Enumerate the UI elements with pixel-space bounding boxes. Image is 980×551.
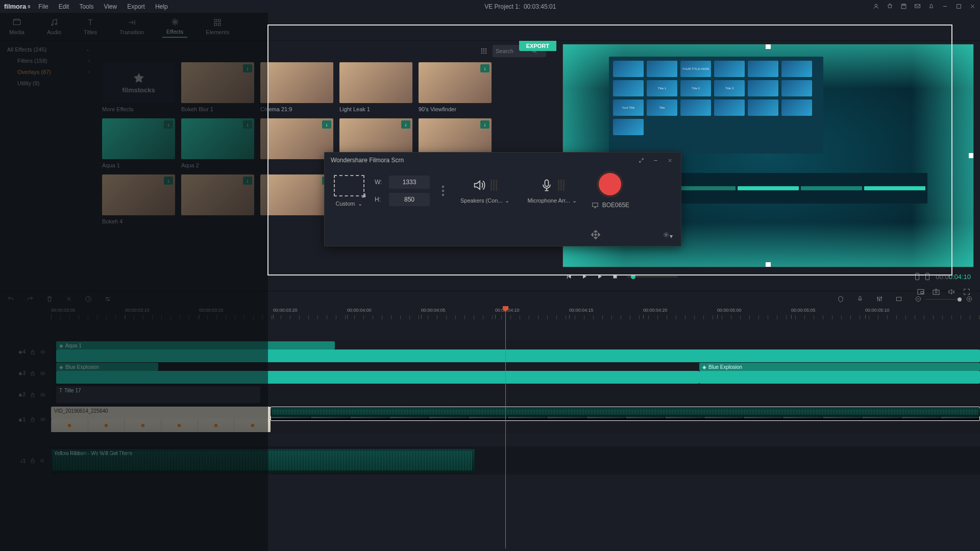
- effect-thumb[interactable]: [181, 174, 254, 224]
- minimize-icon[interactable]: [650, 155, 660, 165]
- split-icon[interactable]: [65, 295, 72, 303]
- tab-media[interactable]: Media: [5, 16, 29, 37]
- move-dialog-icon[interactable]: [590, 229, 601, 242]
- effect-thumb[interactable]: Aqua 2: [181, 118, 254, 168]
- maximize-icon[interactable]: [955, 3, 962, 10]
- screen-recorder-dialog[interactable]: Wondershare Filmora Scrn Custom⌄ W: H: S…: [324, 152, 681, 246]
- visibility-icon[interactable]: [40, 370, 46, 377]
- record-button[interactable]: [599, 173, 621, 195]
- minimize-icon[interactable]: [942, 3, 948, 10]
- lock-icon[interactable]: [30, 349, 36, 355]
- notification-icon[interactable]: [928, 3, 935, 10]
- clip-blue-explosion[interactable]: ◈ Blue Explosion: [56, 363, 158, 371]
- effect-thumb[interactable]: Aqua 1: [102, 118, 175, 168]
- delete-icon[interactable]: [46, 295, 53, 303]
- clip-thumbnails[interactable]: VID_20190614_225640: [51, 407, 271, 419]
- adjust-icon[interactable]: [104, 295, 111, 303]
- download-badge-icon[interactable]: [322, 120, 331, 129]
- lock-icon[interactable]: [30, 416, 36, 422]
- effect-thumb[interactable]: Cinema 21:9: [260, 62, 333, 112]
- download-badge-icon[interactable]: [243, 120, 252, 129]
- width-input[interactable]: [389, 176, 430, 189]
- sidebar-item-filters[interactable]: Filters (158)›: [5, 55, 92, 66]
- lock-icon[interactable]: [30, 370, 36, 377]
- playhead[interactable]: [505, 306, 506, 548]
- speed-icon[interactable]: [85, 295, 92, 303]
- menu-tools[interactable]: Tools: [79, 3, 93, 10]
- resize-handle[interactable]: [766, 44, 771, 49]
- clip-audio[interactable]: Yellow Ribbon - We Will Get There: [51, 449, 475, 472]
- download-badge-icon[interactable]: [480, 64, 489, 72]
- sidebar-item-all[interactable]: All Effects (245)⌄: [5, 44, 92, 55]
- clip-audio-inline[interactable]: [271, 408, 980, 417]
- region-select-icon[interactable]: [334, 175, 364, 196]
- step-back-icon[interactable]: [566, 273, 573, 280]
- visibility-icon[interactable]: [40, 392, 46, 398]
- download-badge-icon[interactable]: [243, 177, 252, 185]
- effect-thumb[interactable]: [260, 118, 333, 168]
- expand-icon[interactable]: [636, 155, 646, 165]
- effect-thumb[interactable]: Bokeh 4: [102, 174, 175, 224]
- settings-icon[interactable]: ▾: [663, 231, 673, 240]
- speaker-select[interactable]: Speakers (Con...⌄: [460, 197, 509, 204]
- download-badge-icon[interactable]: [243, 64, 252, 72]
- lock-icon[interactable]: [30, 392, 36, 398]
- mark-in-icon[interactable]: [915, 273, 919, 280]
- clip-blue-explosion-2[interactable]: ◈ Blue Explosion: [699, 363, 980, 371]
- cart-icon[interactable]: [887, 3, 893, 10]
- effect-thumb[interactable]: filmstocksMore Effects: [102, 62, 175, 112]
- timeline[interactable]: 00:00:03:0500:00:03:1000:00:03:1500:00:0…: [0, 306, 980, 548]
- grid-view-icon[interactable]: [480, 47, 487, 55]
- close-icon[interactable]: [969, 3, 976, 10]
- link-dimensions-icon[interactable]: [440, 186, 446, 196]
- export-button[interactable]: EXPORT: [519, 41, 556, 51]
- effect-thumb[interactable]: 90's Viewfinder: [419, 62, 492, 112]
- mute-icon[interactable]: [947, 288, 955, 296]
- tab-elements[interactable]: Elements: [202, 16, 233, 37]
- mark-out-icon[interactable]: [925, 273, 929, 280]
- clip-aqua[interactable]: ◈ Aqua 1: [56, 341, 335, 349]
- lock-icon[interactable]: [30, 458, 36, 464]
- undo-icon[interactable]: [7, 295, 14, 303]
- resize-handle[interactable]: [969, 153, 974, 158]
- volume-slider[interactable]: [627, 276, 678, 278]
- screen-select[interactable]: BOE065E: [591, 202, 629, 209]
- menu-export[interactable]: Export: [127, 3, 145, 10]
- save-icon[interactable]: [900, 3, 907, 10]
- menu-edit[interactable]: Edit: [59, 3, 69, 10]
- clip-thumbnails[interactable]: [51, 419, 271, 432]
- menu-help[interactable]: Help: [155, 3, 168, 10]
- clip-body[interactable]: [699, 371, 980, 384]
- capture-mode-select[interactable]: Custom⌄: [336, 201, 363, 207]
- pip-icon[interactable]: [917, 288, 925, 296]
- tab-audio[interactable]: Audio: [43, 16, 65, 37]
- redo-icon[interactable]: [27, 295, 34, 303]
- download-badge-icon[interactable]: [480, 120, 489, 129]
- tab-titles[interactable]: Titles: [80, 16, 101, 37]
- stop-icon[interactable]: [611, 273, 619, 280]
- resize-handle[interactable]: [766, 262, 771, 267]
- play-icon[interactable]: [596, 273, 603, 280]
- microphone-select[interactable]: Microphone Arr...⌄: [528, 197, 577, 204]
- snapshot-icon[interactable]: [932, 288, 940, 296]
- account-icon[interactable]: [873, 3, 879, 10]
- download-badge-icon[interactable]: [401, 120, 410, 129]
- timeline-ruler[interactable]: 00:00:03:0500:00:03:1000:00:03:1500:00:0…: [0, 306, 980, 320]
- tab-transition[interactable]: Transition: [115, 16, 148, 37]
- message-icon[interactable]: [914, 3, 921, 10]
- close-icon[interactable]: [665, 155, 675, 165]
- tab-effects[interactable]: Effects: [162, 15, 187, 38]
- play-icon[interactable]: [581, 273, 588, 280]
- visibility-icon[interactable]: [40, 416, 46, 422]
- clip-aqua-body[interactable]: [56, 349, 980, 362]
- sidebar-item-utility[interactable]: Utility (9): [5, 78, 92, 89]
- effect-thumb[interactable]: [260, 174, 333, 224]
- visibility-icon[interactable]: [40, 349, 46, 355]
- sidebar-item-overlays[interactable]: Overlays (87)›: [5, 66, 92, 78]
- menu-file[interactable]: File: [38, 3, 48, 10]
- mute-icon[interactable]: [40, 458, 46, 464]
- menu-view[interactable]: View: [104, 3, 117, 10]
- height-input[interactable]: [389, 193, 430, 206]
- effect-thumb[interactable]: Light Leak 1: [339, 62, 412, 112]
- effect-thumb[interactable]: Bokeh Blur 1: [181, 62, 254, 112]
